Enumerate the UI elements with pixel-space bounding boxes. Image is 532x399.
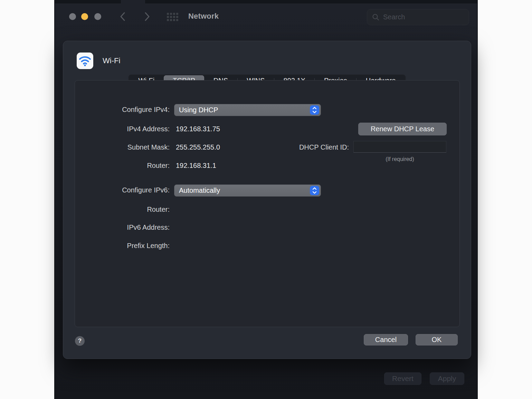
ipv6-router-label: Router: (75, 206, 170, 213)
window-title: Network (188, 12, 219, 21)
configure-ipv6-value: Automatically (179, 187, 310, 194)
show-all-grid-icon[interactable] (167, 13, 180, 22)
dhcp-client-id-field[interactable] (353, 141, 446, 153)
zoom-button[interactable] (94, 13, 101, 20)
configure-ipv4-label: Configure IPv4: (75, 106, 170, 114)
ipv4-router-label: Router: (75, 162, 170, 170)
subnet-mask-value: 255.255.255.0 (176, 143, 220, 151)
service-title: Wi-Fi (103, 56, 120, 65)
dropdown-stepper-icon (310, 186, 319, 195)
search-input[interactable]: Search (367, 9, 469, 25)
subnet-mask-label: Subnet Mask: (75, 143, 170, 151)
configure-ipv4-value: Using DHCP (179, 106, 310, 114)
revert-button: Revert (384, 372, 421, 385)
ipv6-address-label: IPv6 Address: (75, 224, 170, 231)
apply-button: Apply (430, 372, 464, 385)
configure-ipv6-label: Configure IPv6: (75, 186, 170, 194)
close-button[interactable] (69, 13, 76, 20)
search-placeholder: Search (383, 13, 405, 21)
renew-dhcp-lease-button[interactable]: Renew DHCP Lease (358, 123, 447, 135)
configure-ipv6-dropdown[interactable]: Automatically (174, 184, 321, 197)
cancel-button[interactable]: Cancel (364, 334, 408, 345)
search-icon (372, 13, 380, 21)
prefix-length-label: Prefix Length: (75, 242, 170, 250)
wifi-settings-sheet: Wi-Fi Wi-Fi TCP/IP DNS WINS 802.1X Proxi… (63, 41, 471, 359)
titlebar: Network Search (55, 0, 477, 34)
dhcp-client-id-label: DHCP Client ID: (299, 143, 349, 151)
forward-icon[interactable] (143, 12, 152, 21)
dropdown-stepper-icon (310, 105, 319, 115)
if-required-note: (If required) (353, 156, 446, 162)
help-button[interactable]: ? (75, 336, 85, 346)
back-icon[interactable] (118, 12, 127, 21)
configure-ipv4-dropdown[interactable]: Using DHCP (174, 104, 321, 116)
tcpip-panel: Configure IPv4: Using DHCP IPv4 Address:… (75, 80, 460, 327)
ipv4-address-label: IPv4 Address: (75, 125, 170, 133)
minimize-button[interactable] (81, 13, 88, 20)
network-preferences-window: Network Search Wi-Fi Wi-Fi (54, 0, 478, 399)
ipv4-router-value: 192.168.31.1 (176, 162, 216, 170)
ipv4-address-value: 192.168.31.75 (176, 125, 220, 133)
wifi-icon (77, 53, 93, 69)
ok-button[interactable]: OK (416, 334, 458, 345)
